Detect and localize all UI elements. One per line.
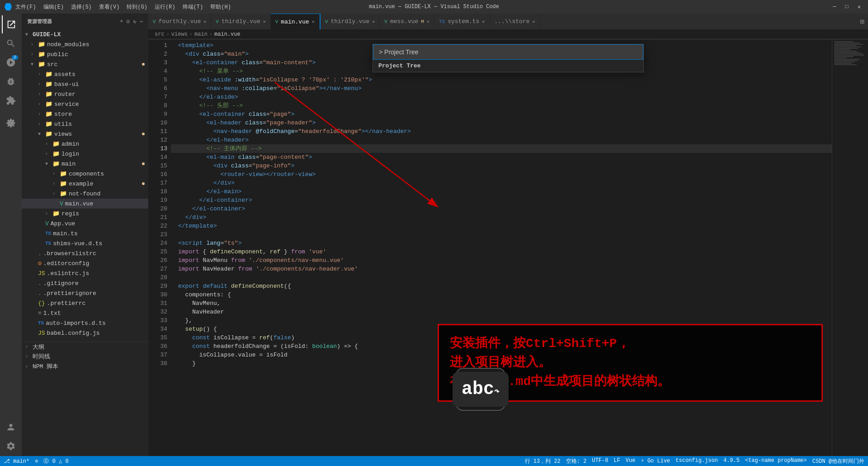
tree-public[interactable]: › 📁 public: [22, 49, 148, 59]
settings-activity-icon[interactable]: [2, 437, 20, 455]
statusbar-encoding[interactable]: UTF-8: [592, 457, 608, 465]
statusbar-golive[interactable]: ⚡ Go Live: [641, 457, 670, 465]
tab-thirdly-1[interactable]: V thirdly.vue ✕: [211, 14, 270, 29]
breadcrumb-src[interactable]: src: [155, 31, 165, 38]
statusbar-tsconfig[interactable]: tsconfig.json: [675, 457, 718, 465]
tree-auto-imports[interactable]: › TS auto-imports.d.ts: [22, 318, 148, 328]
command-palette-input[interactable]: [373, 44, 643, 60]
menu-goto[interactable]: 转到(G): [127, 3, 147, 11]
tree-timeline[interactable]: › 时间线: [22, 352, 148, 361]
tab-thirdly-2[interactable]: V thirdly.vue ✕: [321, 14, 380, 29]
tree-prettierignore[interactable]: › . .prettierignore: [22, 288, 148, 298]
tab-close-icon[interactable]: ✕: [263, 19, 266, 24]
new-folder-icon[interactable]: ⊡: [127, 19, 130, 24]
statusbar-lang[interactable]: Vue: [626, 457, 636, 465]
breadcrumb-sep: ›: [209, 31, 212, 38]
tree-components[interactable]: › 📁 components: [22, 169, 148, 179]
tab-close-icon[interactable]: ✕: [372, 19, 375, 24]
tree-npm[interactable]: › NPM 脚本: [22, 361, 148, 371]
debug-activity-icon[interactable]: [2, 72, 20, 90]
tree-service[interactable]: › 📁 service: [22, 99, 148, 109]
refresh-icon[interactable]: ↻: [133, 19, 137, 24]
tab-store[interactable]: ...\\store ✕: [490, 14, 540, 29]
menu-file[interactable]: 文件(F): [15, 3, 36, 11]
remote-activity-icon[interactable]: [2, 114, 20, 132]
tree-babel-config[interactable]: › JS babel.config.js: [22, 328, 148, 338]
tree-prettierrc[interactable]: › {} .prettierrc: [22, 298, 148, 308]
menu-view[interactable]: 查看(V): [99, 3, 120, 11]
command-palette-result[interactable]: Project Tree: [373, 60, 643, 72]
tree-main-vue[interactable]: › V main.vue: [22, 199, 148, 209]
arrow: ›: [52, 181, 58, 186]
statusbar-line-col[interactable]: 行 13，列 22: [525, 457, 561, 465]
item-label: public: [47, 51, 68, 58]
tree-node_modules[interactable]: › 📁 node_modules: [22, 39, 148, 49]
statusbar-eol[interactable]: LF: [613, 457, 620, 465]
close-button[interactable]: ✕: [855, 3, 863, 11]
tree-regis[interactable]: › 📁 regis: [22, 209, 148, 219]
tree-admin[interactable]: › 📁 admin: [22, 139, 148, 149]
tab-close-icon[interactable]: ✕: [312, 19, 315, 24]
tab-close-icon[interactable]: ✕: [203, 19, 206, 24]
menu-run[interactable]: 运行(R): [155, 3, 175, 11]
tree-assets[interactable]: › 📁 assets: [22, 69, 148, 79]
maximize-button[interactable]: □: [843, 3, 851, 11]
tab-fourthly[interactable]: V fourthly.vue ✕: [148, 14, 211, 29]
tree-utils[interactable]: › 📁 utils: [22, 119, 148, 129]
tab-system-ts[interactable]: TS system.ts ✕: [434, 14, 490, 29]
git-activity-icon[interactable]: 2: [2, 53, 20, 71]
statusbar-errors[interactable]: ⓪ 0 △ 0: [43, 457, 68, 465]
breadcrumb-views[interactable]: views: [171, 31, 188, 38]
tree-app-vue[interactable]: › V App.vue: [22, 219, 148, 228]
tab-close-icon[interactable]: ✕: [482, 19, 485, 24]
tabs-overflow-icon[interactable]: ⊞: [856, 17, 868, 26]
collapse-all-icon[interactable]: ⋯: [140, 19, 143, 24]
tab-mess[interactable]: V mess.vue M ✕: [380, 14, 434, 29]
statusbar-tag-name[interactable]: <tag-name propName>: [745, 457, 807, 465]
tab-close-icon[interactable]: ✕: [427, 19, 429, 24]
tree-browserslistrc[interactable]: › . .browserslistrc: [22, 248, 148, 258]
line-num: 27: [148, 265, 167, 273]
statusbar-spaces[interactable]: 空格: 2: [566, 457, 587, 465]
line-num: 35: [148, 333, 167, 342]
minimize-button[interactable]: ─: [830, 3, 839, 11]
tree-outline[interactable]: › 大纲: [22, 342, 148, 352]
menu-select[interactable]: 选择(S): [71, 3, 92, 11]
statusbar-ts-version[interactable]: 4.9.5: [723, 457, 740, 465]
tree-1txt[interactable]: › ≡ 1.txt: [22, 308, 148, 318]
tree-not-found[interactable]: › 📁 not-found: [22, 189, 148, 199]
tree-eslintrc[interactable]: › JS .eslintrc.js: [22, 268, 148, 278]
breadcrumb-main[interactable]: main: [194, 31, 208, 38]
explorer-activity-icon[interactable]: [2, 15, 20, 33]
menu-help[interactable]: 帮助(H): [210, 3, 231, 11]
tree-base-ui[interactable]: › 📁 base-ui: [22, 79, 148, 89]
account-activity-icon[interactable]: [2, 418, 20, 436]
statusbar-csdn[interactable]: CSDN @他在时间门外: [812, 457, 864, 465]
tree-gitignore[interactable]: › . .gitignore: [22, 278, 148, 288]
tree-views[interactable]: ▼ 📁 views: [22, 129, 148, 139]
tab-close-icon[interactable]: ✕: [532, 19, 535, 24]
new-file-icon[interactable]: +: [120, 19, 123, 24]
folder-icon: 📁: [45, 90, 52, 98]
minimap-line: [834, 43, 860, 43]
tree-main-folder[interactable]: ▼ 📁 main: [22, 159, 148, 169]
extensions-activity-icon[interactable]: [2, 91, 20, 109]
code-line: import NavHeader from './components/nav-…: [171, 265, 832, 273]
tree-editorconfig[interactable]: › ⚙ .editorconfig: [22, 258, 148, 268]
tree-login[interactable]: › 📁 login: [22, 149, 148, 159]
breadcrumb-file[interactable]: main.vue: [214, 31, 241, 38]
tab-main-vue[interactable]: V main.vue ✕: [271, 14, 320, 29]
tree-root[interactable]: ▼ GUIDE-LX: [22, 29, 148, 39]
menu-edit[interactable]: 编辑(E): [43, 3, 64, 11]
statusbar-sync[interactable]: ⊙: [35, 458, 38, 465]
command-palette[interactable]: Project Tree: [373, 44, 644, 72]
tree-main-ts[interactable]: › TS main.ts: [22, 228, 148, 238]
tree-router[interactable]: › 📁 router: [22, 89, 148, 99]
tree-store[interactable]: › 📁 store: [22, 109, 148, 119]
menu-terminal[interactable]: 终端(T): [183, 3, 203, 11]
statusbar-branch[interactable]: ⎇ main*: [4, 458, 29, 465]
tree-shims-vue[interactable]: › TS shims-vue.d.ts: [22, 238, 148, 248]
search-activity-icon[interactable]: [2, 34, 20, 52]
tree-example[interactable]: › 📁 example: [22, 179, 148, 189]
tree-src[interactable]: ▼ 📁 src: [22, 59, 148, 69]
